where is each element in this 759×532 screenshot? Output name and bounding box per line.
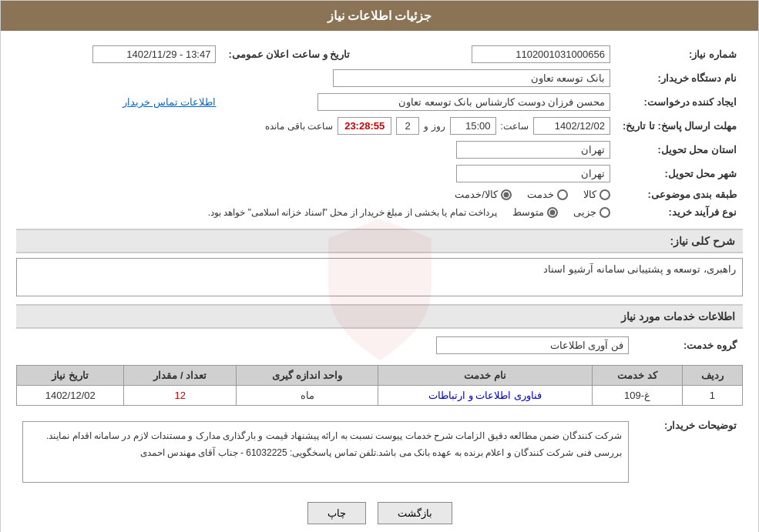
page-title: جزئیات اطلاعات نیاز — [1, 1, 758, 31]
radio-kala-khadamat[interactable]: کالا/خدمت — [455, 189, 512, 200]
service-group-label: گروه خدمت: — [635, 333, 743, 357]
print-button[interactable]: چاپ — [307, 502, 366, 524]
buyer-notes-table: توضیحات خریدار: شرکت کنندگان ضمن مطالعه … — [16, 413, 743, 490]
radio-jozi-label: جزیی — [573, 206, 596, 218]
radio-kala[interactable]: کالا — [583, 189, 610, 200]
col-unit: واحد اندازه گیری — [237, 366, 378, 386]
radio-motavaset-label: متوسط — [512, 206, 544, 218]
services-section-header: اطلاعات خدمات مورد نیاز — [16, 304, 743, 329]
remaining-time-label: ساعت باقی مانده — [265, 121, 333, 132]
reply-date-box: 1402/12/02 — [533, 117, 610, 135]
announcement-label: تاریخ و ساعت اعلان عمومی: — [222, 42, 356, 66]
city-box: تهران — [456, 165, 610, 182]
service-group-box: فن آوری اطلاعات — [436, 336, 629, 354]
services-data-table: ردیف کد خدمت نام خدمت واحد اندازه گیری ت… — [16, 365, 743, 406]
col-code: کد خدمت — [593, 366, 683, 386]
buyer-notes-label: توضیحات خریدار: — [635, 413, 743, 490]
col-qty: تعداد / مقدار — [124, 366, 237, 386]
purchase-type-label: نوع فرآیند خرید: — [616, 203, 743, 221]
requester-label: ایجاد کننده درخواست: — [616, 90, 743, 114]
remaining-days-box: 2 — [396, 117, 419, 135]
remaining-label: روز و — [424, 121, 445, 132]
button-row: بازگشت چاپ — [16, 502, 743, 524]
purchase-note: پرداخت تمام یا بخشی از مبلغ خریدار از مح… — [208, 207, 497, 218]
city-label: شهر محل تحویل: — [616, 162, 743, 186]
radio-kala-circle — [599, 189, 610, 200]
radio-kala-khadamat-label: کالا/خدمت — [455, 189, 498, 200]
contact-link[interactable]: اطلاعات تماس خریدار — [123, 96, 216, 108]
need-desc-section-header: شرح کلی نیاز: — [16, 229, 743, 253]
radio-jozi[interactable]: جزیی — [573, 206, 610, 218]
radio-kala-label: کالا — [583, 189, 596, 200]
announcement-box: 1402/11/29 - 13:47 — [92, 45, 216, 63]
radio-motavaset-circle — [547, 207, 558, 218]
info-table: شماره نیاز: 1102001031000656 تاریخ و ساع… — [16, 42, 743, 221]
need-number-box: 1102001031000656 — [472, 45, 610, 63]
category-label: طبقه بندی موضوعی: — [616, 186, 743, 203]
announcement-value: 1402/11/29 - 13:47 — [16, 42, 222, 66]
reply-deadline-label: مهلت ارسال پاسخ: تا تاریخ: — [616, 114, 743, 138]
radio-khadamat-label: خدمت — [527, 189, 554, 200]
table-row: 1غ-109فناوری اطلاعات و ارتباطاتماه121402… — [17, 386, 743, 406]
countdown-box: 23:28:55 — [338, 117, 391, 135]
need-number-value: 1102001031000656 — [356, 42, 616, 66]
radio-khadamat[interactable]: خدمت — [527, 189, 568, 200]
service-group-table: گروه خدمت: فن آوری اطلاعات — [16, 333, 743, 357]
radio-khadamat-circle — [557, 189, 568, 200]
buyer-name-label: نام دستگاه خریدار: — [616, 66, 743, 90]
back-button[interactable]: بازگشت — [378, 502, 452, 524]
col-row: ردیف — [682, 366, 742, 386]
need-desc-box: راهبری، توسعه و پشتیبانی سامانه آرشیو اس… — [16, 258, 743, 296]
radio-motavaset[interactable]: متوسط — [512, 206, 558, 218]
buyer-notes-box: شرکت کنندگان ضمن مطالعه دقیق الزامات شرح… — [22, 421, 629, 483]
col-name: نام خدمت — [378, 366, 593, 386]
col-date: تاریخ نیاز — [17, 366, 124, 386]
reply-time-label: ساعت: — [501, 121, 529, 132]
radio-kala-khadamat-circle — [501, 189, 512, 200]
reply-time-box: 15:00 — [450, 117, 496, 135]
radio-jozi-circle — [599, 207, 610, 218]
province-box: تهران — [456, 141, 610, 159]
province-label: استان محل تحویل: — [616, 138, 743, 162]
need-number-label: شماره نیاز: — [616, 42, 743, 66]
requester-box: محسن فرزان دوست کارشناس بانک توسعه تعاون — [317, 93, 610, 111]
buyer-name-box: بانک توسعه تعاون — [333, 69, 610, 87]
